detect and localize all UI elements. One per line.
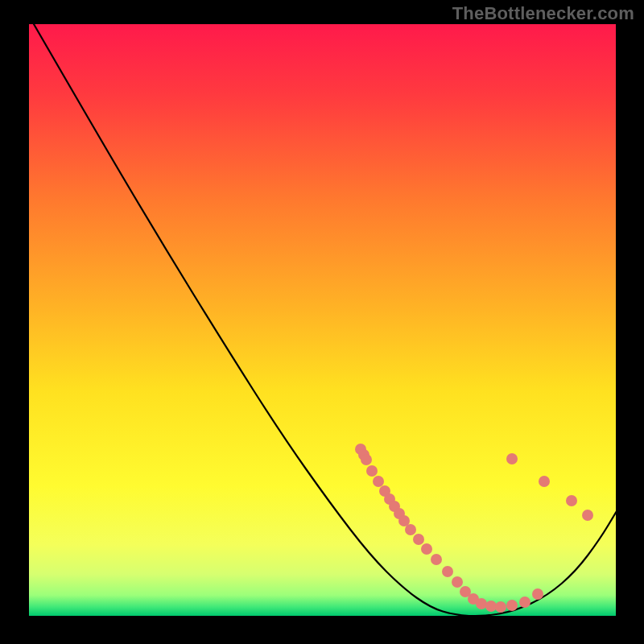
data-point: [519, 597, 530, 608]
data-point: [442, 566, 453, 577]
watermark-text: TheBottlenecker.com: [452, 3, 634, 24]
data-point: [582, 510, 593, 521]
data-point: [405, 524, 416, 535]
data-point: [566, 495, 577, 506]
data-point: [476, 598, 487, 609]
data-point: [431, 554, 442, 565]
data-point: [452, 576, 463, 588]
chart-container: TheBottlenecker.com: [0, 0, 644, 644]
data-point: [413, 534, 424, 545]
plot-background: [29, 24, 616, 616]
data-point: [532, 588, 543, 600]
data-point: [495, 601, 506, 613]
data-point: [421, 543, 432, 555]
data-point: [506, 453, 518, 464]
data-point: [366, 465, 378, 477]
data-point: [361, 454, 372, 465]
bottleneck-chart: [0, 0, 644, 644]
data-point: [539, 476, 550, 487]
data-point: [373, 476, 384, 487]
data-point: [506, 600, 518, 611]
data-point: [485, 601, 497, 612]
